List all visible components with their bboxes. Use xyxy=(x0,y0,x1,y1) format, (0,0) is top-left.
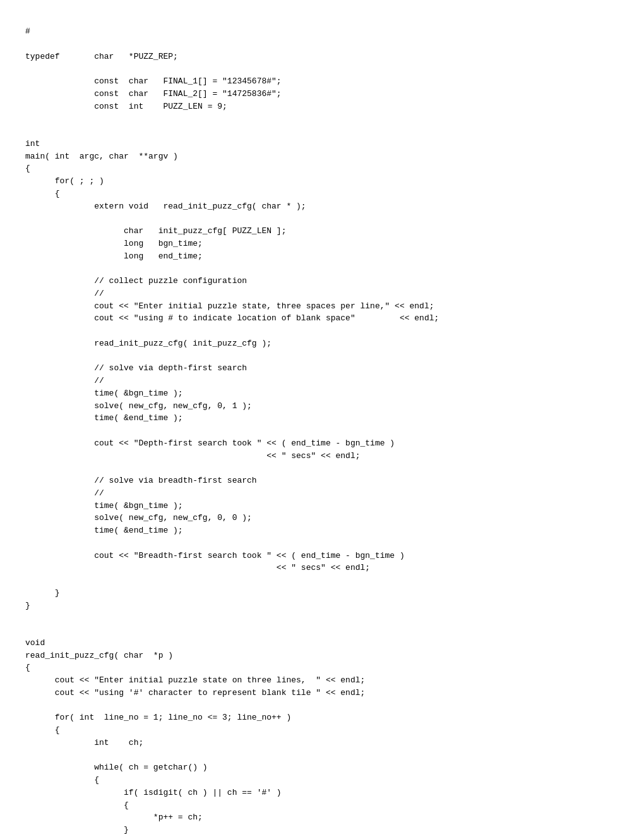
code-content: # typedef char *PUZZ_REP; const char FIN… xyxy=(25,25,619,834)
